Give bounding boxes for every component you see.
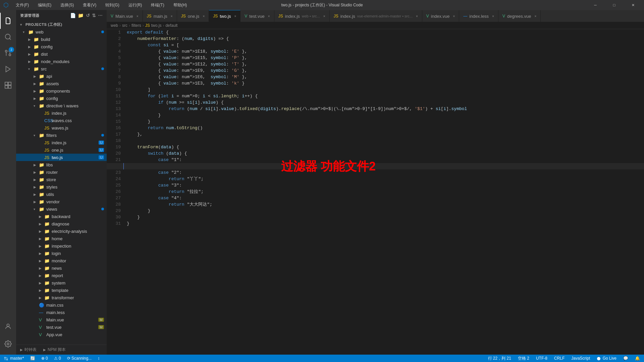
tree-item-main-less[interactable]: — main.less bbox=[16, 309, 107, 316]
npm-section[interactable]: ▶ NPM 脚本 bbox=[43, 347, 66, 353]
tab-two-js[interactable]: JS two.js × bbox=[209, 10, 240, 22]
close-tab-icon[interactable]: × bbox=[268, 14, 270, 18]
tree-item-electricity-analysis[interactable]: ▶ 📁 electricity-analysis bbox=[16, 227, 107, 235]
tree-item-directive-waves[interactable]: ▾ 📁 directive \ waves bbox=[16, 102, 107, 109]
menu-file[interactable]: 文件(F) bbox=[14, 1, 31, 9]
sync-button[interactable]: 🔄 bbox=[29, 356, 37, 361]
menu-run[interactable]: 运行(R) bbox=[126, 1, 144, 9]
menu-edit[interactable]: 编辑(E) bbox=[36, 1, 53, 9]
maximize-button[interactable]: □ bbox=[606, 0, 622, 10]
more-icon[interactable]: ··· bbox=[98, 13, 103, 18]
activity-extensions[interactable] bbox=[0, 77, 16, 93]
activity-explorer[interactable] bbox=[0, 13, 16, 29]
tree-item-utils[interactable]: ▶ 📁 utils bbox=[16, 191, 107, 198]
tree-item-monitor[interactable]: ▶ 📁 monitor bbox=[16, 257, 107, 264]
tree-item-directive-index-js[interactable]: JS index.js bbox=[16, 109, 107, 117]
close-tab-icon[interactable]: × bbox=[171, 14, 173, 18]
tree-item-node-modules[interactable]: ▶ 📁 node_modules bbox=[16, 58, 107, 65]
tree-item-two-js[interactable]: JS two.js U bbox=[16, 154, 107, 161]
menu-terminal[interactable]: 终端(T) bbox=[149, 1, 166, 9]
tree-item-one-js[interactable]: JS one.js U bbox=[16, 146, 107, 154]
tree-item-waves-css[interactable]: CSS waves.css bbox=[16, 117, 107, 124]
tree-item-api[interactable]: ▶ 📁 api bbox=[16, 72, 107, 80]
tree-item-system[interactable]: ▶ 📁 system bbox=[16, 279, 107, 287]
tree-item-styles[interactable]: ▶ 📁 styles bbox=[16, 183, 107, 191]
cursor-position[interactable]: 行 22，列 21 bbox=[487, 356, 513, 361]
live-share-icon[interactable]: ↕ bbox=[96, 356, 101, 361]
close-tab-icon[interactable]: × bbox=[203, 14, 205, 18]
tree-item-web[interactable]: ▾ 📁 web bbox=[16, 28, 107, 36]
close-tab-icon[interactable]: × bbox=[453, 14, 455, 18]
menu-view[interactable]: 查看(V) bbox=[81, 1, 98, 9]
tree-item-login[interactable]: ▶ 📁 login bbox=[16, 250, 107, 257]
new-file-icon[interactable]: 📄 bbox=[70, 13, 76, 18]
tree-item-main-css[interactable]: 🔵 main.css bbox=[16, 301, 107, 309]
tab-one-js[interactable]: JS one.js × bbox=[177, 10, 209, 22]
tree-item-filters-index-js[interactable]: JS index.js U bbox=[16, 139, 107, 146]
close-tab-icon[interactable]: × bbox=[137, 14, 139, 18]
tree-item-diagnose[interactable]: ▶ 📁 diagnose bbox=[16, 220, 107, 227]
activity-source-control[interactable]: 2 bbox=[0, 45, 16, 61]
close-tab-icon[interactable]: × bbox=[492, 14, 494, 18]
language-mode[interactable]: JavaScript bbox=[570, 356, 591, 361]
menu-select[interactable]: 选择(S) bbox=[58, 1, 76, 9]
tree-item-vendor[interactable]: ▶ 📁 vendor bbox=[16, 198, 107, 205]
close-tab-icon[interactable]: × bbox=[535, 14, 537, 18]
warnings-count[interactable]: ⚠ 0 bbox=[53, 356, 62, 361]
tree-item-store[interactable]: ▶ 📁 store bbox=[16, 176, 107, 183]
tree-item-config2[interactable]: ▶ 📁 config bbox=[16, 95, 107, 102]
minimize-button[interactable]: ─ bbox=[588, 0, 603, 10]
tree-item-test-vue[interactable]: V test.vue M bbox=[16, 323, 107, 331]
tree-item-main-vue[interactable]: V Main.vue M bbox=[16, 316, 107, 323]
tree-item-assets[interactable]: ▶ 📁 assets bbox=[16, 80, 107, 87]
tree-item-build[interactable]: ▶ 📁 build bbox=[16, 36, 107, 43]
tab-index-vue[interactable]: V index.vue × bbox=[422, 10, 460, 22]
tab-index-js-web[interactable]: JS index.js web • src... × bbox=[274, 10, 330, 22]
refresh-icon[interactable]: ↺ bbox=[86, 13, 90, 18]
git-branch[interactable]: master* bbox=[3, 356, 25, 361]
tree-item-libs[interactable]: ▶ 📁 libs bbox=[16, 161, 107, 168]
breadcrumb-default[interactable]: default bbox=[165, 23, 177, 28]
tree-item-components[interactable]: ▶ 📁 components bbox=[16, 87, 107, 95]
tree-item-transformer[interactable]: ▶ 📁 transformer bbox=[16, 294, 107, 301]
code-editor[interactable]: export default { numberFormatter: (num, … bbox=[123, 29, 644, 355]
close-button[interactable]: ✕ bbox=[625, 0, 641, 10]
tree-item-app-vue[interactable]: V App.vue bbox=[16, 331, 107, 338]
tree-item-backward[interactable]: ▶ 📁 backward bbox=[16, 213, 107, 220]
projects-header[interactable]: ▾ PROJECTS (工作区) bbox=[16, 21, 107, 28]
tree-item-src[interactable]: ▾ 📁 src bbox=[16, 65, 107, 72]
tree-item-filters[interactable]: ▾ 📁 filters bbox=[16, 132, 107, 139]
tab-index-js-admin[interactable]: JS index.js vue-element-admin-master • s… bbox=[330, 10, 422, 22]
menu-goto[interactable]: 转到(G) bbox=[103, 1, 121, 9]
live-server[interactable]: Go Live bbox=[595, 356, 618, 361]
encoding[interactable]: UTF-8 bbox=[535, 356, 549, 361]
tree-item-views[interactable]: ▾ 📁 views bbox=[16, 205, 107, 213]
line-ending[interactable]: CRLF bbox=[553, 356, 566, 361]
indentation[interactable]: 空格 2 bbox=[517, 356, 531, 361]
tree-item-router[interactable]: ▶ 📁 router bbox=[16, 168, 107, 176]
tab-main-vue[interactable]: V Main.vue × bbox=[107, 10, 143, 22]
menu-help[interactable]: 帮助(H) bbox=[171, 1, 189, 9]
activity-search[interactable] bbox=[0, 29, 16, 45]
tab-index-less[interactable]: — index.less × bbox=[459, 10, 498, 22]
tree-item-waves-js[interactable]: JS waves.js bbox=[16, 124, 107, 132]
breadcrumb-web[interactable]: web bbox=[111, 23, 118, 28]
tab-main-js[interactable]: JS main.js × bbox=[143, 10, 177, 22]
tree-item-config[interactable]: ▶ 📁 config bbox=[16, 43, 107, 50]
errors-count[interactable]: ⊗ 0 bbox=[40, 356, 49, 361]
close-tab-icon[interactable]: × bbox=[416, 14, 418, 18]
collapse-icon[interactable]: ⇅ bbox=[92, 13, 96, 18]
tab-degrees-vue[interactable]: V degrees.vue × bbox=[498, 10, 541, 22]
tree-item-dist[interactable]: ▶ 📁 dist bbox=[16, 50, 107, 58]
new-folder-icon[interactable]: 📁 bbox=[78, 13, 84, 18]
tab-test-vue[interactable]: V test.vue × bbox=[240, 10, 274, 22]
tree-item-report[interactable]: ▶ 📁 report bbox=[16, 272, 107, 279]
notification-bell[interactable]: 🔔 bbox=[634, 356, 641, 361]
breadcrumb-filename[interactable]: two.js bbox=[151, 23, 162, 28]
editor-content[interactable]: 过滤器 功能文件2 123456789101112131415161718192… bbox=[107, 29, 644, 355]
activity-settings[interactable] bbox=[0, 336, 16, 352]
tree-item-template[interactable]: ▶ 📁 template bbox=[16, 287, 107, 294]
tree-item-inspection[interactable]: ▶ 📁 inspection bbox=[16, 242, 107, 250]
feedback-icon[interactable]: 💬 bbox=[622, 356, 630, 361]
activity-run[interactable] bbox=[0, 61, 16, 77]
